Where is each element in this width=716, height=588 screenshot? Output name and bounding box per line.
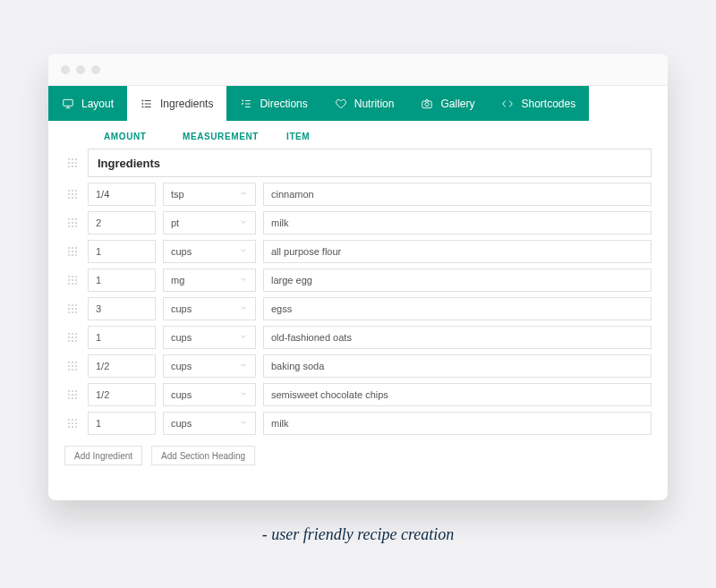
- footer-buttons: Add Ingredient Add Section Heading: [64, 440, 652, 465]
- tab-label: Layout: [81, 98, 114, 110]
- content-area: Layout Ingredients Directions Nutrition: [48, 86, 668, 500]
- ingredient-row: tsp: [64, 183, 652, 206]
- add-ingredient-button[interactable]: Add Ingredient: [64, 446, 142, 465]
- traffic-light-dot: [91, 65, 100, 74]
- drag-handle-icon[interactable]: [64, 329, 81, 345]
- tab-label: Gallery: [440, 98, 474, 110]
- tab-gallery[interactable]: Gallery: [407, 86, 488, 121]
- amount-input[interactable]: [88, 354, 156, 378]
- ingredients-panel: AMOUNT MEASUREMENT ITEM tspptcupsmgcupsc…: [48, 121, 668, 500]
- add-section-button[interactable]: Add Section Heading: [151, 446, 255, 465]
- tab-label: Ingredients: [160, 98, 213, 110]
- svg-point-8: [142, 106, 143, 107]
- drag-handle-icon[interactable]: [64, 301, 81, 317]
- list-icon: [141, 98, 153, 110]
- amount-input[interactable]: [88, 211, 156, 234]
- amount-input[interactable]: [88, 326, 156, 349]
- svg-point-7: [142, 103, 143, 104]
- drag-handle-icon[interactable]: [64, 272, 81, 288]
- chevron-down-icon: [239, 303, 248, 314]
- measurement-value: cups: [171, 389, 192, 400]
- drag-handle-icon[interactable]: [64, 155, 81, 171]
- drag-handle-icon[interactable]: [64, 387, 81, 403]
- item-input[interactable]: [263, 326, 652, 349]
- measurement-value: tsp: [171, 189, 184, 200]
- measurement-value: cups: [171, 303, 192, 314]
- drag-handle-icon[interactable]: [64, 243, 81, 260]
- tab-label: Shortcodes: [521, 98, 575, 110]
- amount-input[interactable]: [88, 240, 156, 263]
- tab-label: Directions: [260, 98, 307, 110]
- amount-input[interactable]: [88, 412, 156, 435]
- ingredient-row: cups: [64, 240, 652, 263]
- svg-rect-0: [64, 99, 73, 106]
- ingredient-row: cups: [64, 412, 652, 435]
- heart-icon: [335, 98, 347, 110]
- ingredient-row: pt: [64, 211, 652, 234]
- section-title-input[interactable]: [88, 149, 652, 177]
- header-item: ITEM: [286, 132, 652, 141]
- monitor-icon: [62, 98, 74, 110]
- drag-handle-icon[interactable]: [64, 186, 81, 202]
- item-input[interactable]: [263, 412, 652, 435]
- caption-text: - user friendly recipe creation: [262, 525, 455, 544]
- measurement-select[interactable]: tsp: [163, 183, 256, 206]
- tab-directions[interactable]: Directions: [226, 86, 320, 121]
- drag-handle-icon[interactable]: [64, 358, 81, 374]
- chevron-down-icon: [239, 189, 248, 200]
- traffic-light-dot: [76, 65, 85, 74]
- measurement-select[interactable]: mg: [163, 268, 256, 292]
- ingredient-row: cups: [64, 354, 652, 378]
- tab-nutrition[interactable]: Nutrition: [321, 86, 408, 121]
- section-heading-row: [64, 149, 652, 177]
- code-icon: [501, 98, 514, 110]
- browser-window: Layout Ingredients Directions Nutrition: [48, 54, 668, 500]
- measurement-select[interactable]: cups: [163, 412, 256, 435]
- measurement-value: cups: [171, 418, 192, 429]
- measurement-value: pt: [171, 217, 179, 228]
- measurement-value: cups: [171, 246, 192, 257]
- tab-shortcodes[interactable]: Shortcodes: [488, 86, 589, 121]
- measurement-select[interactable]: pt: [163, 211, 256, 234]
- window-titlebar: [48, 54, 668, 86]
- measurement-value: mg: [171, 275, 184, 285]
- item-input[interactable]: [263, 297, 652, 320]
- amount-input[interactable]: [88, 268, 156, 292]
- measurement-select[interactable]: cups: [163, 297, 256, 320]
- measurement-value: cups: [171, 361, 192, 371]
- measurement-select[interactable]: cups: [163, 383, 256, 406]
- drag-handle-icon[interactable]: [64, 215, 81, 231]
- measurement-select[interactable]: cups: [163, 326, 256, 349]
- chevron-down-icon: [239, 361, 248, 371]
- item-input[interactable]: [263, 383, 652, 406]
- chevron-down-icon: [239, 217, 248, 228]
- measurement-select[interactable]: cups: [163, 354, 256, 378]
- item-input[interactable]: [263, 354, 652, 378]
- tab-layout[interactable]: Layout: [48, 86, 127, 121]
- svg-point-6: [142, 99, 143, 100]
- amount-input[interactable]: [88, 183, 156, 206]
- svg-point-13: [425, 102, 429, 106]
- camera-icon: [421, 98, 433, 110]
- header-amount: AMOUNT: [104, 132, 183, 141]
- traffic-light-dot: [61, 65, 70, 74]
- ingredient-row: cups: [64, 326, 652, 349]
- item-input[interactable]: [263, 211, 652, 234]
- tab-ingredients[interactable]: Ingredients: [127, 86, 226, 121]
- column-headers: AMOUNT MEASUREMENT ITEM: [64, 121, 652, 149]
- chevron-down-icon: [239, 332, 248, 343]
- item-input[interactable]: [263, 183, 652, 206]
- tab-bar: Layout Ingredients Directions Nutrition: [48, 86, 668, 121]
- drag-handle-icon[interactable]: [64, 415, 81, 431]
- tab-label: Nutrition: [354, 98, 395, 110]
- ordered-list-icon: [240, 98, 252, 110]
- measurement-select[interactable]: cups: [163, 240, 256, 263]
- amount-input[interactable]: [88, 297, 156, 320]
- item-input[interactable]: [263, 240, 652, 263]
- ingredient-row: cups: [64, 297, 652, 320]
- header-measurement: MEASUREMENT: [183, 132, 286, 141]
- item-input[interactable]: [263, 268, 652, 292]
- amount-input[interactable]: [88, 383, 156, 406]
- measurement-value: cups: [171, 332, 192, 343]
- chevron-down-icon: [239, 275, 248, 285]
